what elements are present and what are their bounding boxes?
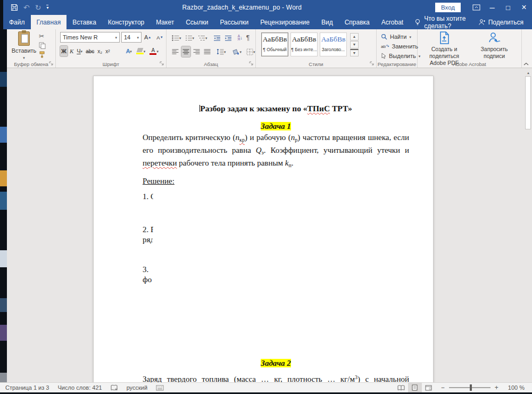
ribbon-tab-bar: Файл Главная Вставка Конструктор Макет С…	[3, 15, 532, 29]
request-signatures-button[interactable]: Запроситьподписи	[470, 31, 519, 60]
zoom-slider-thumb[interactable]	[470, 384, 472, 391]
sort-button[interactable]: АЯ ↓	[237, 32, 244, 43]
align-right-button[interactable]	[192, 46, 201, 57]
language-indicator[interactable]: русский	[122, 383, 152, 392]
align-left-button[interactable]	[171, 46, 180, 57]
zoom-level[interactable]: 100 %	[504, 383, 532, 392]
font-color-button[interactable]: А ▾	[148, 46, 160, 56]
tell-me-box[interactable]: Что вы хотите сделать?	[409, 15, 478, 29]
tab-file[interactable]: Файл	[3, 15, 31, 29]
minimize-button[interactable]: ─	[484, 0, 500, 15]
find-button[interactable]: Найти ▾	[381, 32, 420, 42]
grow-font-button[interactable]: А▲	[143, 32, 152, 43]
copy-icon[interactable]	[39, 42, 46, 49]
highlight-button[interactable]: ▾	[135, 46, 147, 56]
style-preview: АаБбВв	[262, 35, 288, 44]
styles-scroll-up-icon[interactable]: ▲	[350, 33, 359, 40]
cut-icon[interactable]: ✂	[39, 32, 44, 40]
word-count[interactable]: Число слов: 421	[53, 383, 106, 392]
item1-line: 1. О	[143, 192, 409, 202]
paragraph1-line2: его производительность равна Qэ. Коэффиц…	[143, 145, 409, 158]
multilevel-list-button[interactable]: ▾	[197, 32, 209, 43]
styles-gallery-more-icon[interactable]: ▼	[350, 49, 359, 56]
select-button[interactable]: Выделить ▾	[381, 51, 420, 61]
justify-button[interactable]	[203, 46, 212, 57]
style-name: Заголово...	[320, 47, 346, 52]
solution-label: Решение:	[143, 176, 409, 186]
desktop-background-strip	[0, 0, 7, 394]
clipboard-dialog-launcher-icon[interactable]	[48, 61, 54, 66]
paste-button[interactable]: Вставить ▾	[11, 31, 37, 64]
decrease-indent-button[interactable]	[212, 32, 222, 43]
replace-button[interactable]: ab↷ Заменить	[381, 42, 420, 51]
underline-button[interactable]: Ч▾	[76, 46, 84, 56]
tab-acrobat[interactable]: Acrobat	[376, 15, 409, 29]
sign-in-button[interactable]: Вход	[435, 3, 461, 12]
print-layout-view-icon[interactable]	[408, 383, 422, 392]
strikethrough-button[interactable]: abc	[85, 46, 95, 56]
paragraph-dialog-launcher-icon[interactable]	[248, 61, 254, 66]
increase-indent-button[interactable]	[223, 32, 233, 43]
find-label: Найти	[390, 34, 406, 40]
italic-button[interactable]: К	[69, 46, 74, 56]
redo-icon[interactable]: ↻	[35, 3, 41, 12]
tab-review[interactable]: Рецензирование	[254, 15, 315, 29]
tab-design[interactable]: Конструктор	[102, 15, 150, 29]
maximize-button[interactable]: □	[500, 0, 516, 15]
borders-button[interactable]: ▾	[245, 46, 256, 57]
style-card-normal[interactable]: АаБбВв ¶ Обычный	[261, 32, 288, 56]
bold-button[interactable]: Ж	[60, 46, 68, 56]
save-icon[interactable]	[11, 4, 18, 11]
document-area[interactable]: Разбор задач к экзамену по «ТПиС ТРТ» За…	[7, 68, 532, 382]
vertical-scrollbar[interactable]: ▲	[525, 69, 531, 382]
line-spacing-button[interactable]: ▾	[215, 46, 227, 57]
styles-scroll-down-icon[interactable]: ▼	[350, 41, 359, 48]
zoom-in-button[interactable]: +	[495, 384, 498, 391]
close-button[interactable]: ×	[516, 0, 532, 15]
bullets-button[interactable]: ▾	[171, 32, 182, 43]
collapse-ribbon-icon[interactable]	[523, 62, 529, 65]
read-mode-view-icon[interactable]	[394, 383, 408, 392]
numbering-caret-icon: ▾	[193, 36, 195, 40]
style-card-heading1[interactable]: АаБбВв Заголово...	[320, 32, 347, 56]
web-layout-view-icon[interactable]	[422, 383, 436, 392]
ribbon-display-options-icon[interactable]	[468, 0, 484, 15]
zoom-slider[interactable]	[449, 387, 491, 388]
text-effects-button[interactable]: А▾	[125, 46, 133, 56]
subscript-button[interactable]: x₂	[96, 46, 103, 56]
font-dialog-launcher-icon[interactable]	[159, 61, 164, 66]
tab-view[interactable]: Вид	[315, 15, 339, 29]
style-card-no-spacing[interactable]: АаБбВв ¶ Без инте...	[290, 32, 318, 56]
tab-layout[interactable]: Макет	[150, 15, 180, 29]
numbering-button[interactable]: ▾	[184, 32, 196, 43]
shrink-font-button[interactable]: А▼	[155, 32, 164, 43]
word-window: ↶ ↻ ▾ Razbor_zadach_k_ekzamenu_po - Word…	[0, 0, 532, 394]
scrollbar-thumb[interactable]	[525, 76, 531, 129]
shading-button[interactable]: ▾	[231, 46, 243, 57]
tab-insert[interactable]: Вставка	[66, 15, 102, 29]
scroll-up-icon[interactable]: ▲	[525, 69, 531, 76]
font-size-value: 14	[124, 34, 130, 40]
request-signatures-icon	[488, 31, 501, 44]
document-page[interactable]: Разбор задач к экзамену по «ТПиС ТРТ» За…	[93, 76, 434, 382]
select-label: Выделить	[389, 53, 416, 59]
share-button[interactable]: Поделиться	[478, 15, 532, 29]
font-family-combo[interactable]: Times New R ▾	[60, 32, 120, 43]
proofing-errors-icon[interactable]	[106, 383, 122, 392]
tab-home[interactable]: Главная	[31, 15, 67, 29]
zoom-out-button[interactable]: −	[441, 384, 445, 391]
undo-icon[interactable]: ↶	[23, 3, 30, 12]
show-paragraph-marks-button[interactable]: ¶	[245, 32, 251, 43]
tab-mailings[interactable]: Рассылки	[214, 15, 254, 29]
format-painter-icon[interactable]	[39, 51, 46, 58]
superscript-button[interactable]: x²	[104, 46, 111, 56]
page-indicator[interactable]: Страница 1 из 3	[0, 383, 53, 392]
font-size-combo[interactable]: 14 ▾	[121, 32, 142, 43]
align-center-button[interactable]	[181, 46, 190, 57]
task1-highlight: Задача 1	[261, 122, 291, 130]
tab-references[interactable]: Ссылки	[180, 15, 214, 29]
replace-label: Заменить	[392, 43, 418, 50]
keyboard-icon[interactable]	[152, 383, 168, 392]
styles-dialog-launcher-icon[interactable]	[369, 61, 375, 66]
tab-help[interactable]: Справка	[339, 15, 376, 29]
